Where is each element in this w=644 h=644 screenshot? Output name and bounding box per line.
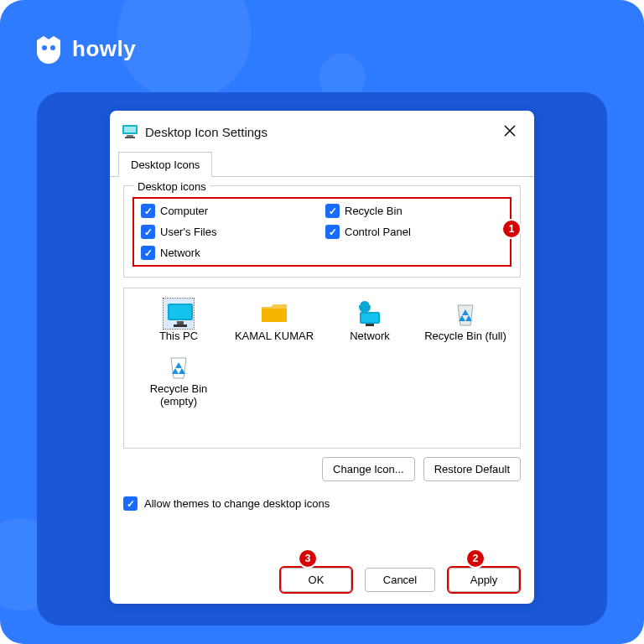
group-label: Desktop icons <box>134 180 210 193</box>
checkbox-label: Allow themes to change desktop icons <box>144 497 330 510</box>
button-label: Change Icon... <box>333 463 404 475</box>
icon-preview-pane: This PC KAMAL KUMAR <box>123 288 521 449</box>
svg-rect-4 <box>127 135 133 137</box>
restore-default-button[interactable]: Restore Default <box>423 457 521 481</box>
folder-icon <box>259 299 289 329</box>
titlebar: Desktop Icon Settings <box>110 111 534 149</box>
monitor-icon <box>122 123 138 140</box>
dialog-button-row: OK Cancel Apply <box>110 568 534 592</box>
check-icon: ✓ <box>141 225 155 239</box>
icon-label: Recycle Bin (full) <box>424 330 506 343</box>
icon-label: Network <box>350 330 390 343</box>
step-marker-3: 3 <box>299 550 316 567</box>
change-icon-button[interactable]: Change Icon... <box>322 457 415 481</box>
checkbox-computer[interactable]: ✓ Computer <box>141 204 319 218</box>
button-label: Apply <box>470 574 498 586</box>
checkbox-control-panel[interactable]: ✓ Control Panel <box>325 225 503 239</box>
svg-rect-13 <box>366 324 374 326</box>
icon-recycle-bin-full[interactable]: Recycle Bin (full) <box>418 299 513 343</box>
check-icon: ✓ <box>123 496 138 511</box>
check-icon: ✓ <box>141 204 155 218</box>
tab-label: Desktop Icons <box>131 158 200 171</box>
svg-rect-12 <box>361 314 378 322</box>
icon-action-row: Change Icon... Restore Default <box>123 457 521 481</box>
owl-logo-icon <box>34 34 64 64</box>
recycle-bin-empty-icon <box>164 351 194 382</box>
svg-rect-3 <box>124 127 136 132</box>
icon-recycle-bin-empty[interactable]: Recycle Bin (empty) <box>131 351 226 408</box>
svg-point-0 <box>42 45 47 50</box>
step-marker-2: 2 <box>467 550 484 567</box>
brand: howly <box>34 34 136 64</box>
check-icon: ✓ <box>141 246 155 260</box>
checkbox-recycle-bin[interactable]: ✓ Recycle Bin <box>325 204 503 218</box>
cancel-button[interactable]: Cancel <box>365 568 435 592</box>
desktop-icons-group: Desktop icons ✓ Computer ✓ Recycle Bin <box>123 185 521 278</box>
dialog-body: Desktop icons ✓ Computer ✓ Recycle Bin <box>110 177 534 521</box>
svg-rect-8 <box>177 321 184 325</box>
icon-user-folder[interactable]: KAMAL KUMAR <box>226 299 322 343</box>
svg-point-1 <box>50 45 55 50</box>
button-label: OK <box>309 574 325 586</box>
tab-desktop-icons[interactable]: Desktop Icons <box>118 152 212 177</box>
svg-rect-9 <box>174 325 187 327</box>
recycle-bin-full-icon <box>450 299 480 329</box>
checkbox-label: Network <box>160 247 200 259</box>
apply-button[interactable]: Apply <box>449 568 519 592</box>
icon-label: KAMAL KUMAR <box>235 330 314 343</box>
checkbox-users-files[interactable]: ✓ User's Files <box>141 225 319 239</box>
button-label: Cancel <box>383 574 417 586</box>
check-icon: ✓ <box>325 204 340 218</box>
icon-label: Recycle Bin (empty) <box>131 383 226 408</box>
step-marker-1: 1 <box>503 221 520 237</box>
network-icon <box>355 299 385 329</box>
monitor-icon <box>164 299 194 329</box>
checkbox-area-highlight: ✓ Computer ✓ Recycle Bin ✓ User's Files <box>132 197 512 267</box>
checkbox-label: Computer <box>160 205 208 217</box>
checkbox-label: User's Files <box>160 226 217 238</box>
bg-decoration <box>117 0 252 101</box>
howly-frame: howly Desktop Icon Settings <box>0 0 644 644</box>
dialog-title: Desktop Icon Settings <box>145 125 267 139</box>
icon-label: This PC <box>159 330 198 343</box>
svg-rect-5 <box>125 137 135 138</box>
tab-row: Desktop Icons <box>110 151 534 177</box>
brand-name: howly <box>72 36 136 62</box>
checkbox-allow-themes[interactable]: ✓ Allow themes to change desktop icons <box>123 496 521 511</box>
desktop-icon-settings-dialog: Desktop Icon Settings Desktop Icons Desk… <box>110 111 534 604</box>
button-label: Restore Default <box>434 463 510 475</box>
check-icon: ✓ <box>325 225 340 239</box>
svg-rect-7 <box>169 305 191 319</box>
checkbox-label: Recycle Bin <box>345 205 402 217</box>
checkbox-network[interactable]: ✓ Network <box>141 246 319 260</box>
ok-button[interactable]: OK <box>281 568 351 592</box>
icon-this-pc[interactable]: This PC <box>131 299 226 343</box>
close-button[interactable] <box>497 121 522 143</box>
screenshot-panel: Desktop Icon Settings Desktop Icons Desk… <box>37 92 607 626</box>
icon-network[interactable]: Network <box>322 299 418 343</box>
checkbox-label: Control Panel <box>345 226 411 238</box>
